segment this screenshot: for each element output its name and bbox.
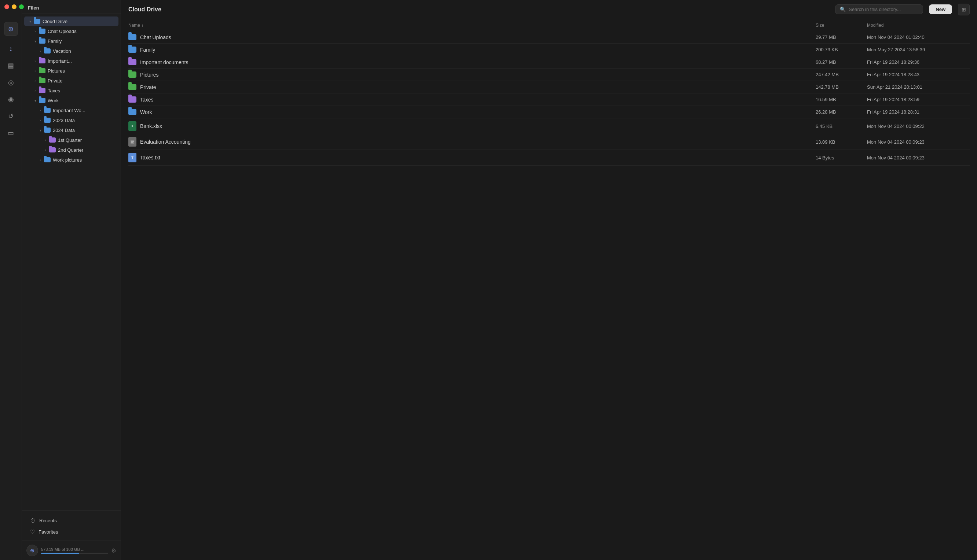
sidebar-item-upload-download[interactable]: ↕	[4, 42, 18, 56]
table-row[interactable]: TTaxes.txt14 BytesMon Nov 04 2024 00:09:…	[129, 150, 970, 166]
folder-icon	[39, 98, 45, 103]
sidebar-item-chat-uploads[interactable]: Chat Uploads	[24, 27, 119, 36]
close-button[interactable]	[4, 4, 9, 9]
folder-icon	[39, 58, 45, 63]
folder-icon	[129, 72, 137, 78]
page-title: Cloud Drive	[129, 6, 829, 13]
row-name-text: Pictures	[140, 72, 159, 78]
gear-icon[interactable]: ⚙	[111, 547, 116, 554]
sidebar-item-important[interactable]: Important...	[24, 56, 119, 66]
row-modified-text: Mon May 27 2024 13:58:39	[867, 47, 970, 52]
chevron-icon[interactable]	[32, 97, 38, 103]
sidebar-item-recents[interactable]: ⏱Recents	[24, 515, 119, 526]
sidebar-item-family[interactable]: Family	[24, 36, 119, 46]
row-name-text: Important documents	[140, 59, 189, 65]
table-row[interactable]: Work26.28 MBFri Apr 19 2024 18:28:31	[129, 106, 970, 118]
folder-icon	[44, 108, 51, 113]
chevron-icon[interactable]	[37, 48, 43, 54]
favorites-icon: ♡	[30, 528, 35, 535]
sidebar-item-important-wo[interactable]: Important Wo...	[24, 105, 119, 115]
table-row[interactable]: XBank.xlsx6.45 KBMon Nov 04 2024 00:09:2…	[129, 118, 970, 134]
chevron-icon[interactable]	[43, 147, 48, 153]
sidebar-item-drive[interactable]: ▭	[4, 126, 18, 140]
table-row[interactable]: Chat Uploads29.77 MBMon Nov 04 2024 01:0…	[129, 31, 970, 43]
folder-icon	[39, 38, 45, 43]
row-modified-text: Fri Apr 19 2024 18:28:43	[867, 72, 970, 77]
sidebar-item-notes[interactable]: ▤	[4, 58, 18, 73]
table-row[interactable]: Family200.73 KBMon May 27 2024 13:58:39	[129, 43, 970, 56]
sidebar-item-contacts[interactable]: ◉	[4, 92, 18, 106]
minimize-button[interactable]	[12, 4, 17, 9]
row-size-text: 14 Bytes	[816, 155, 867, 160]
row-size-text: 26.28 MB	[816, 109, 867, 115]
chevron-icon[interactable]	[32, 88, 38, 93]
folder-icon	[129, 47, 137, 53]
row-name-text: Bank.xlsx	[140, 123, 162, 129]
sidebar-item-cloud-drive[interactable]: Cloud Drive	[24, 17, 119, 26]
column-name[interactable]: Name ↑	[129, 23, 816, 28]
sidebar-item-label: 1st Quarter	[58, 137, 82, 143]
row-name-text: Taxes.txt	[140, 155, 160, 160]
sidebar-item-2023-data[interactable]: 2023 Data	[24, 115, 119, 125]
sidebar-item-pictures[interactable]: Pictures	[24, 66, 119, 75]
sidebar-item-work-pictures[interactable]: Work pictures	[24, 155, 119, 165]
row-modified-text: Mon Nov 04 2024 00:09:23	[867, 139, 970, 145]
icon-bar: ⊕ ↕ ▤ ◎ ◉ ↺ ▭	[0, 0, 22, 560]
table-row[interactable]: Important documents68.27 MBFri Apr 19 20…	[129, 56, 970, 68]
table-row[interactable]: Evaluation Accounting13.09 KBMon Nov 04 …	[129, 134, 970, 150]
chevron-icon[interactable]	[37, 107, 43, 113]
table-row[interactable]: Taxes16.59 MBFri Apr 19 2024 18:28:59	[129, 93, 970, 106]
column-size: Size	[816, 23, 867, 28]
chevron-icon[interactable]	[37, 127, 43, 133]
sidebar-item-1st-quarter[interactable]: 1st Quarter	[24, 135, 119, 145]
chevron-icon[interactable]	[32, 58, 38, 64]
chevron-icon[interactable]	[27, 18, 33, 24]
folder-icon	[129, 59, 137, 65]
folder-icon	[129, 97, 137, 103]
sidebar-item-private[interactable]: Private	[24, 76, 119, 85]
search-input[interactable]	[848, 7, 919, 12]
chevron-icon[interactable]	[32, 38, 38, 44]
folder-icon	[39, 28, 45, 34]
txt-file-icon: T	[129, 153, 137, 162]
sidebar-item-favorites[interactable]: ♡Favorites	[24, 526, 119, 537]
sidebar-item-2nd-quarter[interactable]: 2nd Quarter	[24, 145, 119, 155]
sidebar-item-taxes[interactable]: Taxes	[24, 86, 119, 95]
app-logo[interactable]: ⊕	[4, 22, 18, 36]
folder-icon	[44, 128, 51, 133]
table-row[interactable]: Pictures247.42 MBFri Apr 19 2024 18:28:4…	[129, 68, 970, 81]
sidebar-item-label: Recents	[39, 518, 57, 523]
chevron-icon[interactable]	[43, 137, 48, 143]
search-box[interactable]: 🔍	[835, 4, 923, 14]
traffic-lights	[4, 4, 24, 9]
row-size-text: 200.73 KB	[816, 47, 867, 52]
sidebar-item-label: Pictures	[48, 68, 65, 74]
chevron-icon[interactable]	[37, 117, 43, 123]
row-modified-text: Mon Nov 04 2024 00:09:23	[867, 155, 970, 160]
folder-icon	[129, 84, 137, 90]
sidebar-item-sync[interactable]: ↺	[4, 109, 18, 123]
file-rows: Chat Uploads29.77 MBMon Nov 04 2024 01:0…	[129, 31, 970, 166]
folder-icon	[44, 157, 51, 162]
grid-view-button[interactable]: ⊞	[958, 4, 970, 15]
row-name-text: Evaluation Accounting	[140, 139, 191, 145]
row-name-cell: Pictures	[129, 72, 816, 78]
maximize-button[interactable]	[19, 4, 24, 9]
sidebar-item-label: Work	[48, 98, 58, 103]
sidebar-item-label: Cloud Drive	[43, 19, 67, 24]
sidebar-item-work[interactable]: Work	[24, 96, 119, 105]
table-row[interactable]: Private142.78 MBSun Apr 21 2024 20:13:01	[129, 81, 970, 93]
sidebar-footer: ⊕ 573.19 MB of 100 GB ... ⚙	[22, 540, 121, 560]
file-table: Name ↑ Size Modified Chat Uploads29.77 M…	[121, 19, 977, 560]
sidebar-item-label: Vacation	[53, 48, 71, 54]
chevron-icon[interactable]	[32, 28, 38, 34]
chevron-icon[interactable]	[32, 68, 38, 74]
sidebar-item-chat[interactable]: ◎	[4, 75, 18, 90]
new-button[interactable]: New	[929, 4, 952, 14]
row-name-cell: Taxes	[129, 97, 816, 103]
sidebar-item-2024-data[interactable]: 2024 Data	[24, 125, 119, 135]
chevron-icon[interactable]	[37, 157, 43, 163]
row-size-text: 13.09 KB	[816, 139, 867, 145]
sidebar-item-vacation[interactable]: Vacation	[24, 46, 119, 56]
chevron-icon[interactable]	[32, 78, 38, 83]
